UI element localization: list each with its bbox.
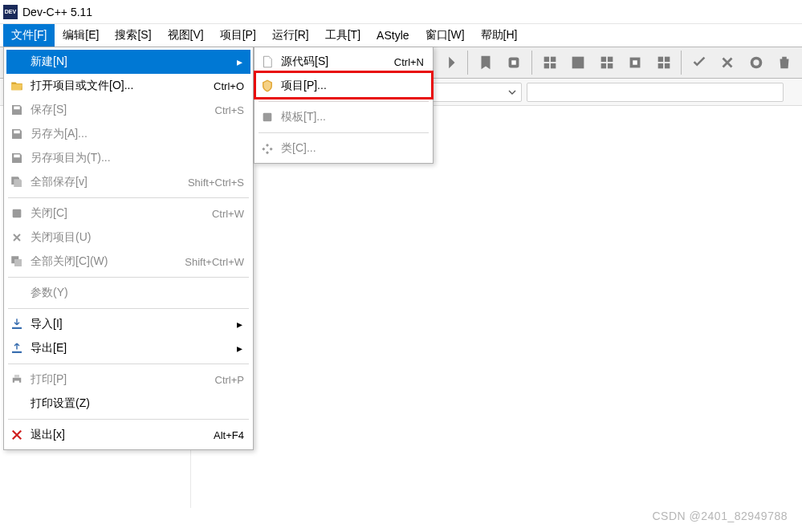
- svg-rect-25: [14, 375, 19, 378]
- new-template[interactable]: 模板[T]...: [257, 105, 430, 129]
- file-export[interactable]: 导出[E] ▸: [6, 336, 250, 360]
- svg-rect-19: [14, 131, 20, 134]
- blank-icon: [8, 284, 26, 302]
- new-class[interactable]: 类[C]...: [257, 136, 430, 160]
- svg-rect-4: [551, 63, 556, 68]
- close-all-icon: [8, 253, 26, 270]
- svg-rect-20: [14, 155, 20, 158]
- tool-compile-button[interactable]: [565, 49, 592, 76]
- menu-separator: [8, 363, 249, 364]
- menu-file[interactable]: 文件[F]: [3, 24, 55, 47]
- svg-rect-6: [600, 57, 605, 62]
- file-print-setup[interactable]: 打印设置(Z): [6, 392, 250, 416]
- menu-bar: 文件[F] 编辑[E] 搜索[S] 视图[V] 项目[P] 运行[R] 工具[T…: [0, 24, 802, 47]
- menu-run[interactable]: 运行[R]: [264, 24, 317, 47]
- file-open[interactable]: 打开项目或文件[O]... Ctrl+O: [6, 74, 250, 98]
- app-title: Dev-C++ 5.11: [22, 6, 92, 18]
- tool-run-button[interactable]: [593, 49, 620, 76]
- file-import[interactable]: 导入[I] ▸: [6, 312, 250, 336]
- file-menu-popup: 新建[N] ▸ 打开项目或文件[O]... Ctrl+O 保存[S] Ctrl+…: [3, 47, 254, 450]
- file-save-all[interactable]: 全部保存[v] Shift+Ctrl+S: [6, 170, 250, 194]
- menu-help[interactable]: 帮助[H]: [473, 24, 526, 47]
- tool-compile-run-button[interactable]: [621, 49, 648, 76]
- menu-separator: [8, 308, 249, 309]
- svg-rect-18: [14, 107, 20, 110]
- tool-bookmark-button[interactable]: [472, 49, 499, 76]
- svg-rect-8: [600, 63, 605, 68]
- tool-clean-button[interactable]: [771, 49, 798, 76]
- template-icon: [259, 108, 276, 126]
- file-save-project-as[interactable]: 另存项目为(T)...: [6, 146, 250, 170]
- svg-rect-3: [543, 63, 548, 68]
- svg-rect-13: [664, 57, 669, 62]
- menu-separator: [8, 419, 249, 420]
- save-as-icon: [8, 125, 26, 143]
- tool-forward-button[interactable]: [437, 49, 463, 76]
- watermark: CSDN @2401_82949788: [653, 510, 788, 522]
- file-print[interactable]: 打印[P] Ctrl+P: [6, 368, 250, 392]
- tool-stop-button[interactable]: [714, 49, 741, 76]
- export-icon: [8, 339, 26, 357]
- svg-rect-5: [572, 57, 584, 69]
- save-all-icon: [8, 173, 26, 191]
- svg-rect-11: [633, 60, 637, 65]
- menu-view[interactable]: 视图[V]: [160, 24, 212, 47]
- close-project-icon: [8, 229, 26, 246]
- menu-edit[interactable]: 编辑[E]: [55, 24, 107, 47]
- close-icon: [8, 205, 26, 222]
- svg-point-17: [753, 59, 759, 65]
- tool-grid-button[interactable]: [536, 49, 563, 76]
- tool-goto-button[interactable]: [501, 49, 527, 76]
- svg-rect-23: [14, 259, 22, 266]
- class-icon: [259, 140, 276, 157]
- file-save-as[interactable]: 另存为[A]...: [6, 122, 250, 146]
- svg-rect-21: [13, 209, 22, 218]
- file-save[interactable]: 保存[S] Ctrl+S: [6, 98, 250, 122]
- svg-rect-2: [551, 57, 556, 62]
- menu-window[interactable]: 窗口[W]: [417, 24, 473, 47]
- blank-icon: [8, 53, 26, 71]
- chevron-down-icon: [508, 88, 516, 96]
- file-close-all[interactable]: 全部关闭[C](W) Shift+Ctrl+W: [6, 250, 250, 274]
- svg-rect-14: [657, 63, 662, 68]
- file-close-project[interactable]: 关闭项目(U): [6, 225, 250, 250]
- tool-rebuild-button[interactable]: [650, 49, 677, 76]
- import-icon: [8, 315, 26, 333]
- source-file-icon: [259, 53, 276, 71]
- menu-separator: [259, 101, 429, 102]
- tool-profile-button[interactable]: [743, 49, 769, 76]
- svg-rect-15: [664, 63, 669, 68]
- svg-rect-7: [608, 57, 613, 62]
- chevron-right-icon: ▸: [234, 55, 244, 68]
- svg-rect-12: [657, 57, 662, 62]
- svg-rect-26: [14, 381, 19, 385]
- svg-rect-27: [263, 113, 272, 122]
- menu-astyle[interactable]: AStyle: [368, 24, 417, 47]
- exit-icon: [8, 426, 26, 444]
- file-properties[interactable]: 参数(Y): [6, 281, 250, 305]
- search-dropdown[interactable]: [527, 83, 784, 102]
- save-icon: [8, 101, 26, 119]
- file-new[interactable]: 新建[N] ▸: [6, 50, 250, 74]
- print-icon: [8, 371, 26, 388]
- tool-debug-button[interactable]: [686, 49, 712, 76]
- new-submenu-popup: 源代码[S] Ctrl+N 项目[P]... 模板[T]... 类[C]...: [254, 47, 434, 164]
- menu-tools[interactable]: 工具[T]: [317, 24, 368, 47]
- blank-icon: [8, 395, 26, 412]
- svg-rect-1: [543, 57, 548, 62]
- title-bar: DEV Dev-C++ 5.11: [0, 0, 802, 24]
- new-source[interactable]: 源代码[S] Ctrl+N: [257, 50, 430, 74]
- menu-separator: [8, 277, 249, 278]
- file-close[interactable]: 关闭[C] Ctrl+W: [6, 201, 250, 225]
- project-icon: [259, 77, 276, 95]
- menu-separator: [8, 197, 249, 198]
- menu-project[interactable]: 项目[P]: [212, 24, 264, 47]
- chevron-right-icon: ▸: [234, 318, 244, 331]
- new-project[interactable]: 项目[P]...: [257, 74, 430, 98]
- save-project-icon: [8, 149, 26, 167]
- open-icon: [8, 77, 26, 95]
- file-exit[interactable]: 退出[x] Alt+F4: [6, 423, 250, 447]
- menu-separator: [259, 132, 429, 133]
- menu-search[interactable]: 搜索[S]: [107, 24, 159, 47]
- chevron-right-icon: ▸: [234, 342, 244, 355]
